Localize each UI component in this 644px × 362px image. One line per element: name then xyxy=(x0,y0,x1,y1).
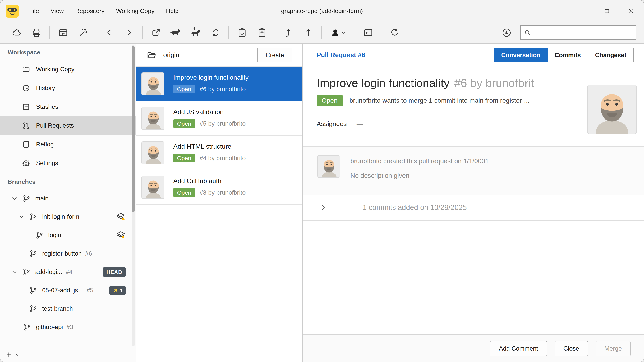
tab-commits[interactable]: Commits xyxy=(548,48,588,62)
chevron-right-icon[interactable] xyxy=(319,203,327,212)
pr-list-item[interactable]: Add JS validation Open #5 by brunofbrito xyxy=(136,101,302,136)
chevron-down-icon[interactable] xyxy=(11,268,18,276)
cloud-button[interactable] xyxy=(9,25,24,40)
create-pr-button[interactable]: Create xyxy=(257,48,292,62)
toolbar xyxy=(0,22,644,44)
chevron-down-icon[interactable] xyxy=(15,352,21,358)
status-badge: Open xyxy=(173,119,195,128)
pr-list-item[interactable]: Add HTML structure Open #4 by brunofbrit… xyxy=(136,136,302,170)
menu-help[interactable]: Help xyxy=(160,0,184,22)
identity-menu-button[interactable] xyxy=(327,25,349,40)
sidebar-scrollbar-thumb[interactable] xyxy=(132,46,134,212)
branch-row-05-07-add-js[interactable]: 05-07-add_js... #5 1 xyxy=(0,281,136,300)
chevron-down-icon[interactable] xyxy=(18,213,25,221)
tab-conversation[interactable]: Conversation xyxy=(494,48,548,62)
window-title: graphite-repo (add-login-form) xyxy=(281,8,363,14)
close-button[interactable] xyxy=(619,0,644,22)
pr-meta: #6 by brunofbrito xyxy=(200,86,246,92)
pull-button[interactable] xyxy=(188,25,203,40)
git-branch-icon xyxy=(23,323,32,331)
merge-description: brunofbrito wants to merge 1 commit into… xyxy=(350,97,530,105)
branch-label: add-logi... xyxy=(35,269,62,275)
git-branch-icon xyxy=(29,305,38,313)
fetch-button[interactable] xyxy=(168,25,183,40)
sidebar-item-stashes[interactable]: Stashes xyxy=(0,97,136,116)
add-comment-button[interactable]: Add Comment xyxy=(490,341,547,356)
push-branch-button[interactable] xyxy=(281,25,296,40)
branch-label: 05-07-add_js... xyxy=(42,287,83,294)
checkout-button[interactable] xyxy=(148,25,163,40)
arrow-out-of-box-icon xyxy=(150,27,161,38)
branch-row-add-login-form[interactable]: add-logi... #4 HEAD xyxy=(0,263,136,281)
branch-pr-number: #3 xyxy=(66,324,74,331)
menu-working-copy[interactable]: Working Copy xyxy=(110,0,160,22)
fetch-dog-icon xyxy=(170,27,181,38)
close-pr-button[interactable]: Close xyxy=(554,341,588,356)
commits-summary-row[interactable]: 1 commits added on 10/29/2025 xyxy=(303,195,644,221)
branch-row-login[interactable]: login xyxy=(0,226,136,244)
branch-row-github-api[interactable]: github-api #3 xyxy=(0,318,136,336)
print-button[interactable] xyxy=(29,25,44,40)
merge-button[interactable]: Merge xyxy=(596,341,630,356)
push-button[interactable] xyxy=(301,25,316,40)
branch-label: main xyxy=(35,195,48,202)
search-box xyxy=(520,25,636,40)
sidebar-item-working-copy[interactable]: Working Copy xyxy=(0,60,136,78)
menu-view[interactable]: View xyxy=(45,0,70,22)
detail-tabs: Conversation Commits Changeset xyxy=(494,48,634,62)
arrow-up-icon xyxy=(303,27,314,38)
sidebar-item-settings[interactable]: Settings xyxy=(0,154,136,172)
stack-warning-icon xyxy=(116,230,126,240)
push-count: 1 xyxy=(120,287,123,294)
toolbar-separator xyxy=(96,26,96,39)
branch-row-test-branch[interactable]: test-branch xyxy=(0,300,136,318)
sync-button[interactable] xyxy=(208,25,223,40)
pr-list-item[interactable]: Improve login functionality Open #6 by b… xyxy=(136,67,302,101)
refresh-button[interactable] xyxy=(387,25,402,40)
chevron-down-icon[interactable] xyxy=(11,195,18,202)
main-area: Workspace Working Copy History Stashes P… xyxy=(0,44,644,362)
printer-icon xyxy=(31,27,42,38)
terminal-button[interactable] xyxy=(361,25,375,40)
status-badge: Open xyxy=(317,95,342,106)
sidebar-item-reflog[interactable]: Reflog xyxy=(0,135,136,154)
pr-list-item[interactable]: Add GitHub auth Open #3 by brunofbrito xyxy=(136,170,302,205)
nav-forward-button[interactable] xyxy=(122,25,136,40)
pr-title: Add GitHub auth xyxy=(173,177,246,185)
terminal-icon xyxy=(363,27,373,38)
pr-created-block: brunofbrito created this pull request on… xyxy=(303,146,644,195)
branch-row-main[interactable]: main xyxy=(0,189,136,208)
pull-request-detail-panel: Pull Request #6 Conversation Commits Cha… xyxy=(303,44,644,362)
menu-repository[interactable]: Repository xyxy=(70,0,110,22)
updates-button[interactable] xyxy=(499,25,514,40)
sync-arrows-icon xyxy=(210,27,220,38)
detail-bottom-bar: Add Comment Close Merge xyxy=(303,335,644,362)
stash-button[interactable] xyxy=(234,25,249,40)
sidebar-item-label: Stashes xyxy=(36,103,58,110)
titlebar: File View Repository Working Copy Help g… xyxy=(0,0,644,22)
sidebar-item-label: Reflog xyxy=(36,141,54,148)
magic-wand-button[interactable] xyxy=(76,25,90,40)
plus-icon[interactable] xyxy=(5,351,13,359)
branch-row-init-login-form[interactable]: init-login-form xyxy=(0,208,136,226)
maximize-button[interactable] xyxy=(594,0,619,22)
unstash-button[interactable] xyxy=(254,25,269,40)
created-text: brunofbrito created this pull request on… xyxy=(350,157,489,165)
assignees-value: — xyxy=(357,120,363,128)
menu-file[interactable]: File xyxy=(24,0,45,22)
branch-row-register-button[interactable]: register-button #6 xyxy=(0,244,136,263)
sidebar-item-pull-requests[interactable]: Pull Requests xyxy=(0,116,136,135)
toolbar-separator xyxy=(354,26,355,39)
branch-label: login xyxy=(48,232,61,239)
notepad-icon xyxy=(22,102,30,111)
cloud-icon xyxy=(11,27,22,38)
nav-back-button[interactable] xyxy=(102,25,116,40)
sidebar-item-history[interactable]: History xyxy=(0,78,136,97)
search-input[interactable] xyxy=(534,29,632,36)
open-tab-button[interactable] xyxy=(56,25,70,40)
sidebar-item-label: History xyxy=(36,84,55,91)
tab-changeset[interactable]: Changeset xyxy=(588,48,634,62)
minimize-button[interactable] xyxy=(570,0,594,22)
pull-request-list-panel: origin Create Improve login functionalit… xyxy=(136,44,303,362)
window-controls xyxy=(570,0,644,22)
